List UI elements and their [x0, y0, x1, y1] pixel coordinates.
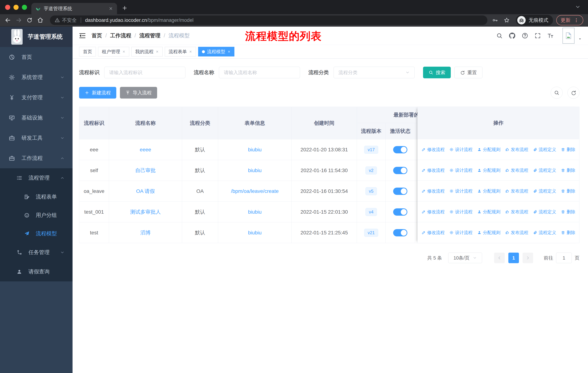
process-id-input[interactable] [104, 67, 185, 78]
sidebar-item-system[interactable]: 系统管理 [0, 67, 73, 87]
page-tab-process-form[interactable]: 流程表单 [165, 47, 196, 56]
bookmark-star-icon[interactable] [504, 17, 510, 23]
design-process-link[interactable]: 设计流程 [450, 188, 473, 194]
edit-process-link[interactable]: 修改流程 [422, 230, 445, 235]
goto-page-input[interactable] [556, 253, 572, 263]
sidebar-item-dev-tools[interactable]: 研发工具 [0, 128, 73, 148]
active-status-toggle[interactable] [393, 188, 407, 195]
process-name-input[interactable] [219, 67, 300, 78]
delete-process-link[interactable]: 删除 [561, 230, 575, 235]
sidebar-item-process-model[interactable]: 流程模型 [0, 224, 73, 243]
sidebar-item-user-group[interactable]: 用户分组 [0, 206, 73, 224]
edit-process-link[interactable]: 修改流程 [422, 209, 445, 215]
delete-process-link[interactable]: 删除 [561, 188, 575, 194]
import-process-button[interactable]: 导入流程 [120, 87, 157, 99]
form-info-link[interactable]: biubiu [248, 230, 262, 235]
window-close-button[interactable] [5, 5, 10, 10]
design-process-link[interactable]: 设计流程 [450, 230, 473, 235]
form-info-link[interactable]: /bpm/oa/leave/create [231, 188, 279, 194]
active-status-toggle[interactable] [393, 229, 407, 236]
form-info-link[interactable]: biubiu [248, 147, 262, 152]
sidebar-item-infrastructure[interactable]: 基础设施 [0, 108, 73, 128]
assign-rule-link[interactable]: 分配规则 [477, 230, 501, 235]
new-tab-button[interactable] [122, 5, 128, 12]
prev-page-button[interactable] [494, 253, 505, 263]
process-category-select[interactable]: 流程分类 [334, 67, 415, 78]
home-button[interactable] [37, 17, 43, 23]
process-definition-link[interactable]: 流程定义 [533, 167, 556, 173]
edit-process-link[interactable]: 修改流程 [422, 167, 445, 173]
browser-tab[interactable]: 芋道管理系统 [31, 3, 117, 14]
user-menu-caret-icon[interactable] [578, 37, 582, 41]
security-label[interactable]: 不安全 [62, 17, 77, 23]
assign-rule-link[interactable]: 分配规则 [477, 188, 501, 194]
breadcrumb-home[interactable]: 首页 [92, 32, 102, 39]
publish-process-link[interactable]: 发布流程 [505, 147, 528, 152]
create-process-button[interactable]: 新建流程 [79, 87, 116, 99]
help-icon[interactable] [522, 32, 528, 39]
tab-close-icon[interactable] [109, 6, 113, 11]
process-name-link[interactable]: 自己审批 [135, 168, 156, 173]
design-process-link[interactable]: 设计流程 [450, 147, 473, 152]
refresh-table-button[interactable] [567, 87, 579, 99]
breadcrumb-workflow[interactable]: 工作流程 [110, 32, 131, 39]
process-definition-link[interactable]: 流程定义 [533, 209, 556, 215]
assign-rule-link[interactable]: 分配规则 [477, 209, 501, 215]
form-info-link[interactable]: biubiu [248, 168, 262, 173]
sidebar-item-payment[interactable]: 支付管理 [0, 87, 73, 108]
publish-process-link[interactable]: 发布流程 [505, 230, 528, 235]
sidebar-item-home[interactable]: 首页 [0, 47, 73, 67]
process-name-link[interactable]: OA 请假 [136, 188, 155, 194]
page-tab-tenant[interactable]: 租户管理 [98, 47, 129, 56]
assign-rule-link[interactable]: 分配规则 [477, 167, 501, 173]
sidebar-item-workflow[interactable]: 工作流程 [0, 148, 73, 168]
page-tab-my-process[interactable]: 我的流程 [131, 47, 163, 56]
page-size-select[interactable]: 10条/页 [448, 253, 482, 263]
tab-close-icon[interactable] [228, 50, 231, 53]
process-name-link[interactable]: eeee [140, 147, 151, 152]
design-process-link[interactable]: 设计流程 [450, 167, 473, 173]
assign-rule-link[interactable]: 分配规则 [477, 147, 501, 152]
tab-close-icon[interactable] [122, 50, 126, 53]
active-status-toggle[interactable] [393, 167, 407, 174]
active-status-toggle[interactable] [393, 146, 407, 153]
address-bar[interactable]: 不安全 dashboard.yudao.iocoder.cn/bpm/manag… [50, 15, 487, 25]
delete-process-link[interactable]: 删除 [561, 147, 575, 152]
sidebar-logo[interactable]: 芋道管理系统 [0, 27, 73, 47]
sidebar-item-process-form[interactable]: 流程表单 [0, 188, 73, 206]
tab-close-icon[interactable] [156, 50, 159, 53]
breadcrumb-process-management[interactable]: 流程管理 [139, 32, 160, 39]
active-status-toggle[interactable] [393, 208, 407, 216]
search-button[interactable]: 搜索 [423, 67, 451, 78]
font-size-icon[interactable] [547, 32, 554, 39]
current-page-button[interactable]: 1 [508, 253, 519, 263]
sidebar-item-leave-query[interactable]: 请假查询 [0, 262, 73, 281]
github-icon[interactable] [509, 32, 515, 39]
back-button[interactable] [5, 17, 11, 23]
user-avatar[interactable] [562, 28, 575, 44]
window-zoom-button[interactable] [22, 5, 27, 10]
process-definition-link[interactable]: 流程定义 [533, 147, 556, 152]
process-definition-link[interactable]: 流程定义 [533, 230, 556, 235]
form-info-link[interactable]: biubiu [248, 209, 262, 215]
reset-button[interactable]: 重置 [454, 67, 483, 78]
tab-close-icon[interactable] [189, 50, 192, 53]
reload-button[interactable] [27, 17, 32, 23]
tab-search-chevron-icon[interactable] [575, 4, 581, 10]
fullscreen-icon[interactable] [535, 32, 541, 39]
page-tab-process-model[interactable]: 流程模型 [198, 47, 234, 56]
publish-process-link[interactable]: 发布流程 [505, 167, 528, 173]
search-icon[interactable] [496, 32, 503, 39]
window-minimize-button[interactable] [13, 5, 19, 10]
publish-process-link[interactable]: 发布流程 [505, 188, 528, 194]
edit-process-link[interactable]: 修改流程 [422, 147, 445, 152]
design-process-link[interactable]: 设计流程 [450, 209, 473, 215]
page-tab-home[interactable]: 首页 [79, 47, 96, 56]
delete-process-link[interactable]: 删除 [561, 209, 575, 215]
sidebar-item-process-management[interactable]: 流程管理 [0, 168, 73, 188]
sidebar-item-task-management[interactable]: 任务管理 [0, 243, 73, 262]
process-name-link[interactable]: 测试多审批人 [130, 209, 161, 215]
browser-menu-dots-icon[interactable] [574, 18, 579, 23]
next-page-button[interactable] [523, 253, 533, 263]
delete-process-link[interactable]: 删除 [561, 167, 575, 173]
